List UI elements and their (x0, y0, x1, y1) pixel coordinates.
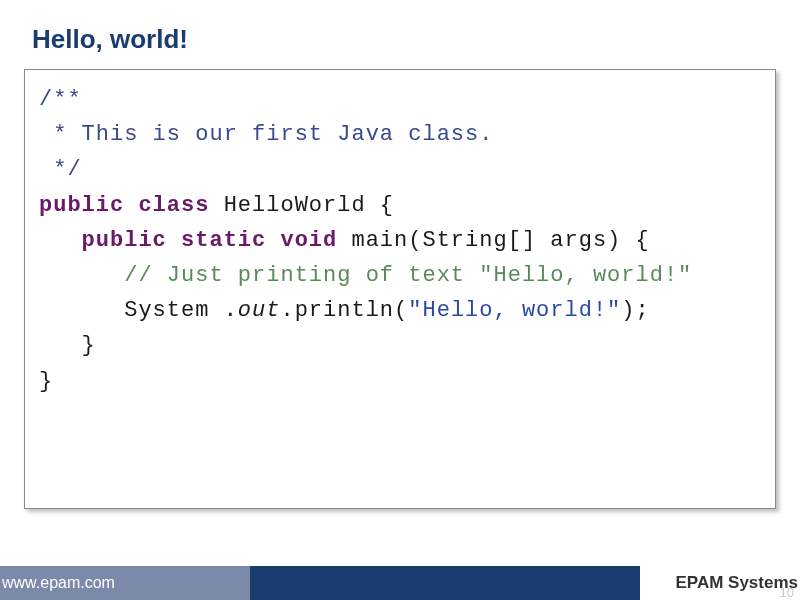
indent (39, 298, 124, 323)
out-field: out (238, 298, 281, 323)
code-line: * This is our first Java class. (39, 117, 761, 152)
footer-company: EPAM Systems (640, 566, 800, 600)
method-signature: main(String[] args) { (351, 228, 649, 253)
code-line: } (39, 328, 761, 363)
keyword-public-class: public class (39, 193, 224, 218)
indent (39, 228, 82, 253)
javadoc-close: */ (39, 157, 82, 182)
code-line: public class HelloWorld { (39, 188, 761, 223)
code-block: /** * This is our first Java class. */ p… (24, 69, 776, 509)
code-line: System .out.println("Hello, world!"); (39, 293, 761, 328)
close-paren: ); (621, 298, 649, 323)
indent (39, 263, 124, 288)
code-line: // Just printing of text "Hello, world!" (39, 258, 761, 293)
slide-title: Hello, world! (0, 0, 800, 69)
close-brace: } (39, 369, 53, 394)
code-line: /** (39, 82, 761, 117)
line-comment: // Just printing of text "Hello, world!" (124, 263, 692, 288)
string-literal: "Hello, world!" (408, 298, 621, 323)
code-line: } (39, 364, 761, 399)
close-brace: } (82, 333, 96, 358)
javadoc-text: This is our first Java class. (82, 122, 494, 147)
footer: www.epam.com EPAM Systems (0, 566, 800, 600)
class-name: HelloWorld { (224, 193, 394, 218)
javadoc-open: /** (39, 87, 82, 112)
println-call: .println( (280, 298, 408, 323)
javadoc-star: * (39, 122, 82, 147)
code-line: public static void main(String[] args) { (39, 223, 761, 258)
keyword-public-static-void: public static void (82, 228, 352, 253)
code-line: */ (39, 152, 761, 187)
page-number: 10 (780, 585, 794, 600)
indent (39, 333, 82, 358)
footer-spacer (250, 566, 640, 600)
system-call: System . (124, 298, 238, 323)
footer-url: www.epam.com (0, 566, 250, 600)
